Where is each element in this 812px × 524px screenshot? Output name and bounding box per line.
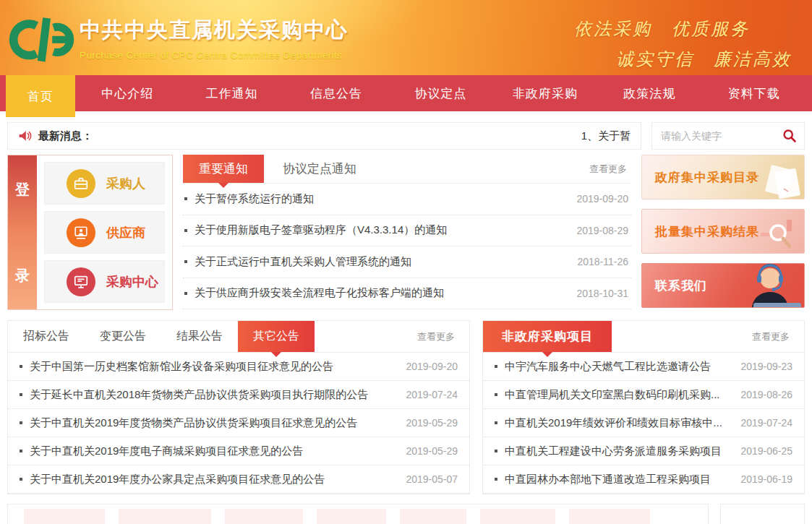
non-gov-date: 2019-08-26 (730, 389, 792, 400)
announcements-more-link[interactable]: 查看更多 (417, 330, 459, 343)
announcement-tab[interactable]: 招标公告 (8, 321, 85, 352)
search-button[interactable] (775, 123, 804, 149)
nav-item-label: 信息公告 (310, 85, 362, 102)
notice-row[interactable]: 关于供应商升级安装全流程电子化投标客户端的通知 2018-10-31 (183, 278, 631, 310)
nav-item-label: 协议定点 (414, 85, 466, 102)
login-button-center[interactable]: 采购中心 (44, 260, 165, 303)
page-subtitle: Purchase Center of CPC Centra Committee … (80, 50, 349, 61)
page-title: 中共中央直属机关采购中心 (80, 16, 349, 45)
bullet-icon (20, 421, 22, 424)
notice-title: 关于暂停系统运行的通知 (195, 192, 314, 206)
non-gov-row[interactable]: 中直园林办本部地下通道改造工程采购项目 2019-06-19 (483, 465, 804, 494)
bullet-icon (184, 260, 187, 263)
announcement-title: 关于延长中直机关2018年货物类产品协议供货采购项目执行期限的公告 (30, 388, 368, 402)
partial-tab-placeholder (225, 509, 303, 524)
announcement-row[interactable]: 关于延长中直机关2018年货物类产品协议供货采购项目执行期限的公告 2019-0… (8, 381, 469, 409)
non-gov-row[interactable]: 中宇汽车服务中心天燃气工程比选邀请公告 2019-09-23 (483, 353, 804, 381)
bullet-icon (495, 478, 497, 481)
partial-tab-placeholder (400, 509, 466, 524)
announcement-row[interactable]: 关于中直机关2019年度货物类产品协议供货采购项目征求意见的公告 2019-05… (8, 409, 469, 437)
non-gov-row[interactable]: 中直机关2019年绩效评价和绩效目标审核中... 2019-07-24 (483, 409, 804, 437)
bullet-icon (495, 393, 497, 396)
search-input[interactable] (652, 130, 775, 142)
non-gov-panel: 非政府采购项目 查看更多 中宇汽车服务中心天燃气工程比选邀请公告 2019-09… (482, 320, 805, 494)
nav-item[interactable]: 信息公告 (284, 75, 388, 111)
partial-tab-placeholder (119, 509, 211, 524)
non-gov-title-text: 中直机关工程建设中心劳务派遣服务采购项目 (505, 444, 722, 458)
nav-item-label: 政策法规 (623, 85, 675, 102)
nav-item[interactable]: 资料下载 (702, 75, 806, 111)
login-panel: 登 录 采购人 (7, 155, 173, 310)
announcement-title: 关于中直机关2019年度电子商城采购项目征求意见的公告 (30, 444, 303, 458)
non-gov-row[interactable]: 中直机关工程建设中心劳务派遣服务采购项目 2019-06-25 (483, 437, 804, 465)
notice-date: 2018-11-26 (567, 256, 628, 267)
announcement-row[interactable]: 关于中国第一历史档案馆新馆业务设备采购项目征求意见的公告 2019-09-20 (8, 353, 469, 381)
login-button-purchaser[interactable]: 采购人 (44, 162, 165, 205)
notice-title: 关于使用新版电子签章驱动程序（V4.3.3.14）的通知 (195, 223, 447, 237)
notice-title: 关于供应商升级安装全流程电子化投标客户端的通知 (195, 286, 444, 300)
main-nav: 首页 中心介绍 工作通知 信息公告 协议定点 非政府采购 政策法规 资料下载 (0, 75, 812, 111)
nav-item[interactable]: 工作通知 (179, 75, 283, 111)
login-button-label: 供应商 (106, 224, 145, 241)
login-button-label: 采购中心 (106, 273, 158, 291)
announcement-title: 关于中直机关2019年度办公家具定点采购项目征求意见的公告 (30, 473, 325, 486)
monitor-icon (67, 267, 95, 296)
nav-item-label: 首页 (27, 88, 54, 105)
ticker-scrolling-text[interactable]: 1、关于暂 (581, 129, 631, 143)
notice-row[interactable]: 关于使用新版电子签章驱动程序（V4.3.3.14）的通知 2019-08-29 (183, 215, 631, 247)
announcement-tab[interactable]: 变更公告 (85, 321, 161, 352)
announcement-row[interactable]: 关于中直机关2019年度电子商城采购项目征求意见的公告 2019-05-29 (8, 437, 469, 465)
notice-title: 关于正式运行中直机关采购人管理系统的通知 (195, 255, 411, 269)
notice-row[interactable]: 关于暂停系统运行的通知 2019-09-20 (183, 184, 631, 215)
bullet-icon (495, 450, 497, 452)
non-gov-date: 2019-09-23 (730, 361, 792, 372)
banner-label: 政府集中采购目录 (655, 169, 759, 186)
announcement-tab-label: 招标公告 (23, 329, 69, 344)
partial-tab-placeholder (317, 509, 386, 524)
search-icon (782, 129, 797, 143)
non-gov-title-text: 中直管理局机关文印室黑白数码印刷机采购... (505, 388, 720, 402)
non-gov-tabbar: 非政府采购项目 查看更多 (483, 321, 804, 353)
nav-item[interactable]: 政策法规 (597, 75, 701, 111)
announcement-row[interactable]: 关于中直机关2019年度办公家具定点采购项目征求意见的公告 2019-05-07 (8, 465, 469, 494)
partial-tab-placeholder (24, 509, 105, 524)
nav-item[interactable]: 首页 (6, 75, 75, 117)
slogan-line-2: 诚实守信 廉洁高效 (574, 48, 792, 71)
announcement-title: 关于中国第一历史档案馆新馆业务设备采购项目征求意见的公告 (30, 360, 333, 374)
notice-row[interactable]: 关于正式运行中直机关采购人管理系统的通知 2018-11-26 (183, 246, 631, 278)
briefcase-icon (67, 169, 95, 198)
login-char-lu: 录 (15, 266, 30, 285)
announcement-title: 关于中直机关2019年度货物类产品协议供货采购项目征求意见的公告 (30, 416, 357, 430)
partial-right-box (720, 504, 805, 524)
nav-item[interactable]: 中心介绍 (75, 75, 179, 111)
banner-batch-results[interactable]: 批量集中采购结果 (641, 209, 805, 254)
bullet-icon (184, 197, 187, 200)
nav-item[interactable]: 协议定点 (388, 75, 492, 111)
banner-contact-us[interactable]: 联系我们 (641, 263, 805, 308)
tab-agreement-notice[interactable]: 协议定点通知 (264, 155, 375, 183)
notice-list: 关于暂停系统运行的通知 2019-09-20 关于使用新版电子签章驱动程序（V4… (183, 184, 631, 309)
non-gov-row[interactable]: 中直管理局机关文印室黑白数码印刷机采购... 2019-08-26 (483, 381, 804, 409)
news-ticker: 最新消息： 1、关于暂 (7, 122, 641, 150)
bullet-icon (495, 421, 497, 424)
customer-service-icon (739, 263, 801, 307)
nav-item[interactable]: 非政府采购 (493, 75, 597, 111)
notices-more-link[interactable]: 查看更多 (589, 163, 631, 176)
non-gov-more-link[interactable]: 查看更多 (752, 330, 794, 343)
login-button-supplier[interactable]: 供应商 (44, 211, 165, 254)
tab-important-notice[interactable]: 重要通知 (183, 155, 264, 183)
ticker-label: 最新消息： (38, 129, 93, 143)
notice-date: 2019-09-20 (566, 193, 628, 205)
site-logo[interactable] (9, 15, 75, 63)
bullet-icon (184, 292, 187, 295)
login-char-deng: 登 (15, 180, 30, 199)
bullet-icon (20, 393, 22, 396)
non-gov-title-tab[interactable]: 非政府采购项目 (483, 321, 612, 352)
nav-item-label: 工作通知 (206, 85, 258, 102)
non-gov-date: 2019-07-24 (730, 417, 792, 429)
announcement-tab[interactable]: 结果公告 (161, 321, 238, 352)
announcement-tab[interactable]: 其它公告 (238, 321, 315, 352)
nav-item-label: 非政府采购 (513, 85, 578, 102)
banner-gov-catalog[interactable]: 政府集中采购目录 (641, 155, 805, 199)
announcement-list: 关于中国第一历史档案馆新馆业务设备采购项目征求意见的公告 2019-09-20 … (8, 353, 469, 494)
